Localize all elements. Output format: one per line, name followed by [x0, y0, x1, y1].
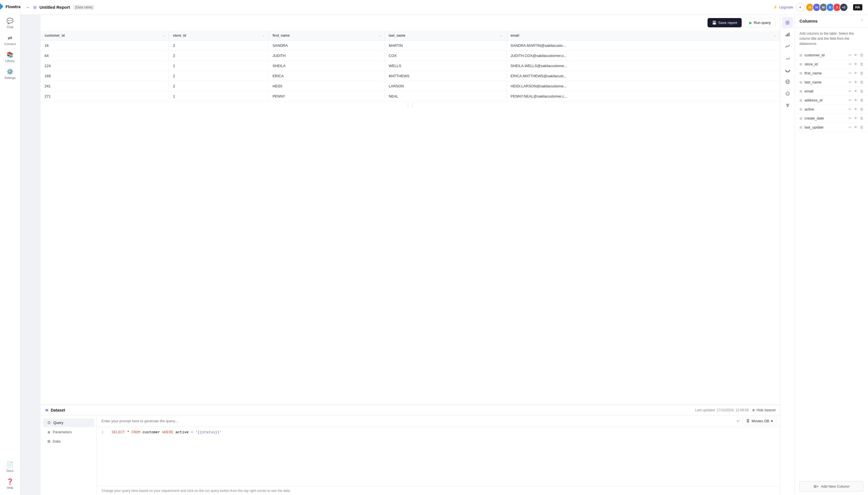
- prompt-input[interactable]: [97, 415, 733, 427]
- table-cell-store_id: 2: [169, 81, 269, 91]
- parameters-icon: ≣: [47, 430, 50, 434]
- delete-column-button[interactable]: 🗑: [860, 62, 864, 66]
- viz-radar-button[interactable]: [782, 88, 793, 99]
- edit-column-button[interactable]: ✏: [849, 125, 852, 130]
- query-area: ↵ 🗄 Movies DB ▾ 1 SELECT: [97, 415, 780, 495]
- edit-column-button[interactable]: ✏: [849, 98, 852, 102]
- table-cell-customer_id: 16: [40, 40, 169, 51]
- sidebar-item-help[interactable]: ❓ Help: [0, 476, 20, 492]
- delete-column-button[interactable]: 🗑: [860, 80, 864, 84]
- view-column-button[interactable]: 👁: [854, 62, 857, 66]
- viz-funnel-button[interactable]: [782, 100, 793, 111]
- column-item-left: ⊞ active: [799, 107, 814, 112]
- column-actions: ✏ 👁 🗑: [849, 62, 864, 66]
- sidebar-item-settings[interactable]: ⚙️ Settings: [0, 66, 20, 82]
- edit-column-button[interactable]: ✏: [849, 89, 852, 93]
- edit-column-button[interactable]: ✏: [849, 116, 852, 120]
- table-cell-store_id: 2: [169, 51, 269, 61]
- viz-table-button[interactable]: ⊞: [782, 17, 793, 28]
- dataset-body: 🗋 Query ≣ Parameters ⊞ Data: [40, 415, 780, 495]
- save-label: Save report: [718, 21, 737, 25]
- column-name: email: [804, 89, 813, 93]
- code-param: {{status}}: [198, 430, 219, 434]
- sort-icon-email[interactable]: ⌄: [773, 34, 776, 37]
- collapse-columns-button[interactable]: ⌃: [861, 19, 864, 23]
- viz-line-chart-button[interactable]: [782, 40, 793, 52]
- db-selector[interactable]: 🗄 Movies DB ▾: [743, 417, 777, 425]
- view-column-button[interactable]: 👁: [854, 107, 857, 112]
- delete-column-button[interactable]: 🗑: [860, 89, 864, 93]
- save-report-button[interactable]: 💾 Save report: [708, 18, 742, 27]
- back-button[interactable]: ←: [26, 5, 31, 10]
- viz-bar-chart-button[interactable]: [782, 29, 793, 40]
- delete-column-button[interactable]: 🗑: [860, 125, 864, 130]
- viz-area-chart-button[interactable]: [782, 52, 793, 64]
- delete-column-button[interactable]: 🗑: [860, 116, 864, 120]
- column-item-left: ⊞ last_name: [799, 80, 821, 84]
- sidebar-item-chat[interactable]: 💬 Chat: [0, 15, 20, 31]
- sort-icon-first-name[interactable]: ⌄: [378, 34, 381, 37]
- view-column-button[interactable]: 👁: [854, 71, 857, 75]
- hide-dataset-button[interactable]: ⊗ Hide dataset: [752, 408, 776, 412]
- view-column-button[interactable]: 👁: [854, 116, 857, 120]
- table-cell-email: ERICA.MATTHEWS@sakilacust...: [507, 71, 780, 81]
- col-header-store-id[interactable]: store_id ⌄: [169, 31, 269, 40]
- content-area: 💾 Save report ▶ Run query customer_id ⌄: [40, 15, 780, 495]
- table-cell-first_name: SHEILA: [269, 61, 385, 71]
- col-header-first-name[interactable]: first_name ⌄: [269, 31, 385, 40]
- add-new-column-button[interactable]: ⊞+ Add New Column: [799, 481, 864, 492]
- table-row: 2711PENNYNEALPENNY.NEAL@sakilacustomer.c…: [40, 91, 780, 101]
- prompt-actions: ↵ 🗄 Movies DB ▾: [733, 417, 780, 425]
- svg-marker-10: [786, 104, 789, 107]
- edit-column-button[interactable]: ✏: [849, 62, 852, 66]
- add-member-button[interactable]: +: [796, 3, 804, 12]
- delete-column-button[interactable]: 🗑: [860, 107, 864, 112]
- code-editor[interactable]: 1 SELECT * FROM customer WHERE active =: [97, 427, 780, 486]
- nav-parameters[interactable]: ≣ Parameters: [43, 428, 95, 437]
- table-cell-customer_id: 64: [40, 51, 169, 61]
- col-header-email[interactable]: email ⌄: [507, 31, 780, 40]
- view-column-button[interactable]: 👁: [854, 98, 857, 102]
- columns-panel-header: Columns ⌃: [795, 15, 868, 28]
- col-header-customer-id[interactable]: customer_id ⌄: [40, 31, 169, 40]
- sidebar-label-docs: Docs: [6, 469, 14, 473]
- sort-icon-customer-id[interactable]: ⌄: [163, 34, 165, 37]
- enter-icon[interactable]: ↵: [736, 418, 740, 424]
- edit-column-button[interactable]: ✏: [849, 80, 852, 84]
- col-header-last-name[interactable]: last_name ⌄: [385, 31, 507, 40]
- delete-column-button[interactable]: 🗑: [860, 53, 864, 57]
- upgrade-button[interactable]: ⚡ Upgrade: [773, 5, 793, 9]
- delete-column-button[interactable]: 🗑: [860, 98, 864, 102]
- sidebar-item-library[interactable]: 📚 Library: [0, 49, 20, 65]
- resize-handle[interactable]: ⋮⋮: [40, 101, 780, 109]
- edit-column-button[interactable]: ✏: [849, 71, 852, 75]
- viz-donut-chart-button[interactable]: [782, 64, 793, 75]
- help-icon: ❓: [6, 478, 14, 485]
- sidebar-item-connect[interactable]: ⇌ Connect: [0, 32, 20, 48]
- column-grid-icon: ⊞: [799, 89, 802, 93]
- add-column-icon: ⊞+: [814, 484, 819, 489]
- column-grid-icon: ⊞: [799, 125, 802, 130]
- topbar: ← ⊞ Untitled Report [Data table] ⚡ Upgra…: [20, 0, 868, 15]
- view-column-button[interactable]: 👁: [854, 53, 857, 57]
- view-column-button[interactable]: 👁: [854, 80, 857, 84]
- dataset-panel: ≋ Dataset Last updated: 17/10/2024, 12:0…: [40, 405, 780, 495]
- table-cell-store_id: 2: [169, 40, 269, 51]
- sidebar-item-docs[interactable]: 📄 Docs: [0, 459, 20, 475]
- line-number: 1: [102, 430, 107, 434]
- library-icon: 📚: [6, 51, 14, 58]
- view-column-button[interactable]: 👁: [854, 125, 857, 130]
- db-name: Movies DB: [751, 419, 769, 423]
- table-cell-first_name: JUDITH: [269, 51, 385, 61]
- edit-column-button[interactable]: ✏: [849, 107, 852, 112]
- keyword-from: FROM: [132, 430, 140, 434]
- sort-icon-last-name[interactable]: ⌄: [500, 34, 503, 37]
- viz-globe-button[interactable]: [782, 76, 793, 87]
- view-column-button[interactable]: 👁: [854, 89, 857, 93]
- sort-icon-store-id[interactable]: ⌄: [262, 34, 264, 37]
- nav-data[interactable]: ⊞ Data: [43, 437, 95, 446]
- edit-column-button[interactable]: ✏: [849, 53, 852, 57]
- run-query-button[interactable]: ▶ Run query: [745, 18, 776, 27]
- nav-query[interactable]: 🗋 Query: [43, 418, 95, 427]
- delete-column-button[interactable]: 🗑: [860, 71, 864, 75]
